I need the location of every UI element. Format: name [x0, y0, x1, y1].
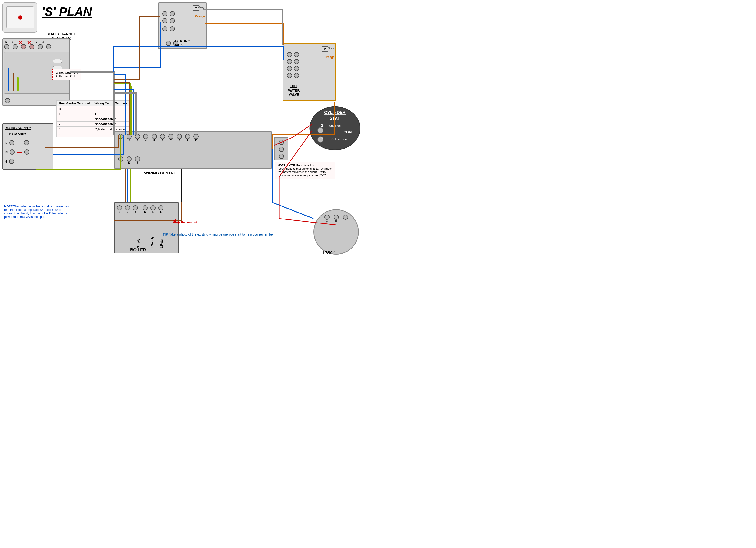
pump-label: PUMP: [323, 250, 335, 255]
hot-water-valve-box: M Grey Orange HOT WATER VALVE: [283, 43, 336, 101]
cylinder-stat: CYLINDER STAT 2 Satisfied COM 1 Call for…: [309, 106, 360, 151]
bottom-note: NOTE The boiler controller is mains powe…: [4, 205, 72, 219]
thermostat-dot: [18, 15, 22, 20]
diagram-container: 'S' PLAN DUAL CHANNEL RECEIVER N L ✕ ✕ 3…: [0, 0, 378, 274]
cross-terminal-1: [21, 44, 26, 49]
cross-terminal-2: [29, 44, 34, 49]
heating-valve-box: M Grey Orange HEATING VALVE: [158, 2, 207, 49]
boiler-box: L N ⏚ N L L Supply L: [114, 202, 179, 253]
svg-text:1: 1: [321, 136, 323, 140]
extra-terminal-box: [274, 137, 288, 160]
svg-point-5: [318, 127, 323, 133]
remove-link-label: Remove link: [173, 221, 198, 224]
tip-text: TIP Take a photo of the existing wiring …: [163, 232, 274, 236]
pump-box: ⏚ N L: [313, 209, 359, 255]
note-box: NOTE: NOTE: For safety, it is recommende…: [275, 162, 335, 179]
svg-text:STAT: STAT: [330, 116, 340, 121]
thermostat-box: [2, 2, 37, 33]
svg-text:COM: COM: [344, 130, 352, 134]
wiring-centre-label: WIRING CENTRE: [144, 171, 176, 176]
svg-text:Call for heat: Call for heat: [331, 137, 348, 141]
receiver-info-box: 3: Hot Water ON 4: Heating ON: [52, 69, 81, 80]
wiring-centre-box: 1 2 3 4 5 6 7: [114, 131, 272, 169]
svg-text:2: 2: [321, 123, 323, 127]
mains-supply-box: MAINS SUPPLY 230V 50Hz L N ⏚: [2, 123, 53, 170]
thermostat-inner: [6, 6, 34, 28]
svg-text:CYLINDER: CYLINDER: [324, 110, 346, 115]
boiler-label: BOILER: [130, 248, 146, 252]
page-title: 'S' PLAN: [42, 5, 92, 19]
svg-text:Satisfied: Satisfied: [329, 124, 341, 127]
